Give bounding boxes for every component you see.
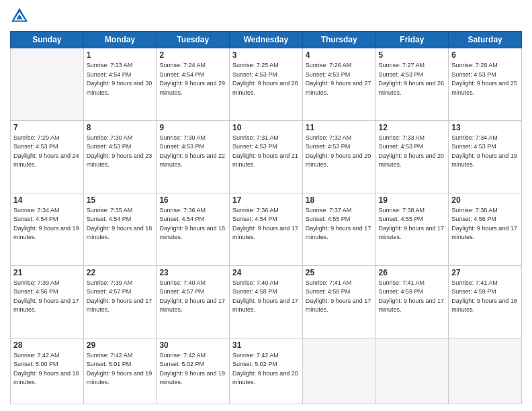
day-number: 6 — [451, 50, 519, 60]
day-info: Sunrise: 7:26 AMSunset: 4:53 PMDaylight:… — [306, 61, 373, 97]
calendar-cell: 13Sunrise: 7:34 AMSunset: 4:53 PMDayligh… — [449, 120, 522, 193]
day-info: Sunrise: 7:28 AMSunset: 4:53 PMDaylight:… — [451, 61, 519, 97]
day-info: Sunrise: 7:41 AMSunset: 4:59 PMDaylight:… — [379, 279, 446, 315]
day-number: 2 — [159, 50, 226, 60]
day-number: 24 — [232, 268, 300, 277]
day-info: Sunrise: 7:42 AMSunset: 5:00 PMDaylight:… — [13, 351, 81, 387]
week-row-3: 21Sunrise: 7:39 AMSunset: 4:56 PMDayligh… — [11, 265, 522, 338]
day-info: Sunrise: 7:30 AMSunset: 4:53 PMDaylight:… — [159, 134, 226, 170]
day-info: Sunrise: 7:34 AMSunset: 4:53 PMDaylight:… — [451, 134, 519, 170]
day-number: 17 — [232, 195, 300, 205]
weekday-header-thursday: Thursday — [302, 32, 375, 48]
calendar-cell: 14Sunrise: 7:34 AMSunset: 4:54 PMDayligh… — [11, 193, 84, 265]
calendar-cell: 29Sunrise: 7:42 AMSunset: 5:01 PMDayligh… — [83, 338, 157, 404]
day-info: Sunrise: 7:38 AMSunset: 4:55 PMDaylight:… — [379, 206, 446, 242]
calendar-cell: 11Sunrise: 7:32 AMSunset: 4:53 PMDayligh… — [302, 120, 375, 193]
day-info: Sunrise: 7:24 AMSunset: 4:54 PMDaylight:… — [159, 61, 226, 97]
calendar-cell: 27Sunrise: 7:41 AMSunset: 4:59 PMDayligh… — [449, 265, 522, 338]
calendar-cell: 17Sunrise: 7:36 AMSunset: 4:54 PMDayligh… — [230, 193, 303, 265]
calendar-cell: 30Sunrise: 7:42 AMSunset: 5:02 PMDayligh… — [157, 338, 230, 404]
calendar-cell: 4Sunrise: 7:26 AMSunset: 4:53 PMDaylight… — [302, 48, 375, 121]
day-number: 25 — [306, 268, 373, 277]
calendar-cell: 24Sunrise: 7:40 AMSunset: 4:58 PMDayligh… — [230, 265, 303, 338]
calendar-cell: 31Sunrise: 7:42 AMSunset: 5:02 PMDayligh… — [230, 338, 303, 404]
day-info: Sunrise: 7:42 AMSunset: 5:02 PMDaylight:… — [159, 351, 226, 387]
day-info: Sunrise: 7:37 AMSunset: 4:55 PMDaylight:… — [306, 206, 373, 242]
calendar-cell — [302, 338, 375, 404]
day-number: 21 — [13, 268, 81, 277]
logo-icon — [10, 7, 29, 26]
day-number: 16 — [159, 195, 226, 205]
week-row-1: 7Sunrise: 7:29 AMSunset: 4:53 PMDaylight… — [11, 120, 522, 193]
day-info: Sunrise: 7:29 AMSunset: 4:53 PMDaylight:… — [13, 134, 81, 170]
day-number: 22 — [87, 268, 154, 277]
day-number: 19 — [379, 195, 446, 205]
calendar-cell: 5Sunrise: 7:27 AMSunset: 4:53 PMDaylight… — [375, 48, 449, 121]
calendar-cell — [375, 338, 449, 404]
day-number: 4 — [306, 50, 373, 60]
day-info: Sunrise: 7:42 AMSunset: 5:01 PMDaylight:… — [87, 351, 154, 387]
day-number: 8 — [87, 123, 154, 132]
calendar-cell: 10Sunrise: 7:31 AMSunset: 4:53 PMDayligh… — [230, 120, 303, 193]
day-info: Sunrise: 7:39 AMSunset: 4:57 PMDaylight:… — [87, 279, 154, 315]
day-number: 11 — [306, 123, 373, 132]
calendar-cell: 12Sunrise: 7:33 AMSunset: 4:53 PMDayligh… — [375, 120, 449, 193]
day-number: 9 — [159, 123, 226, 132]
day-info: Sunrise: 7:39 AMSunset: 4:56 PMDaylight:… — [13, 279, 81, 315]
day-info: Sunrise: 7:30 AMSunset: 4:53 PMDaylight:… — [87, 134, 154, 170]
weekday-header-row: SundayMondayTuesdayWednesdayThursdayFrid… — [11, 32, 522, 48]
calendar-cell: 23Sunrise: 7:40 AMSunset: 4:57 PMDayligh… — [157, 265, 230, 338]
calendar-table: SundayMondayTuesdayWednesdayThursdayFrid… — [10, 31, 522, 404]
calendar-cell: 6Sunrise: 7:28 AMSunset: 4:53 PMDaylight… — [449, 48, 522, 121]
logo — [10, 7, 32, 26]
calendar-cell: 19Sunrise: 7:38 AMSunset: 4:55 PMDayligh… — [375, 193, 449, 265]
day-info: Sunrise: 7:23 AMSunset: 4:54 PMDaylight:… — [87, 61, 154, 97]
day-number: 15 — [87, 195, 154, 205]
calendar-cell: 26Sunrise: 7:41 AMSunset: 4:59 PMDayligh… — [375, 265, 449, 338]
week-row-4: 28Sunrise: 7:42 AMSunset: 5:00 PMDayligh… — [11, 338, 522, 404]
weekday-header-friday: Friday — [375, 32, 449, 48]
header — [10, 7, 522, 26]
calendar-cell: 21Sunrise: 7:39 AMSunset: 4:56 PMDayligh… — [11, 265, 84, 338]
day-number: 26 — [379, 268, 446, 277]
calendar-cell: 15Sunrise: 7:35 AMSunset: 4:54 PMDayligh… — [83, 193, 157, 265]
day-info: Sunrise: 7:31 AMSunset: 4:53 PMDaylight:… — [232, 134, 300, 170]
day-number: 31 — [232, 340, 300, 350]
day-number: 3 — [232, 50, 300, 60]
calendar-cell: 2Sunrise: 7:24 AMSunset: 4:54 PMDaylight… — [157, 48, 230, 121]
day-number: 5 — [379, 50, 446, 60]
calendar-cell: 1Sunrise: 7:23 AMSunset: 4:54 PMDaylight… — [83, 48, 157, 121]
day-info: Sunrise: 7:25 AMSunset: 4:53 PMDaylight:… — [232, 61, 300, 97]
day-info: Sunrise: 7:34 AMSunset: 4:54 PMDaylight:… — [13, 206, 81, 242]
calendar-cell — [11, 48, 84, 121]
weekday-header-saturday: Saturday — [449, 32, 522, 48]
day-number: 30 — [159, 340, 226, 350]
day-number: 23 — [159, 268, 226, 277]
weekday-header-tuesday: Tuesday — [157, 32, 230, 48]
calendar-cell: 20Sunrise: 7:38 AMSunset: 4:56 PMDayligh… — [449, 193, 522, 265]
day-number: 1 — [87, 50, 154, 60]
week-row-0: 1Sunrise: 7:23 AMSunset: 4:54 PMDaylight… — [11, 48, 522, 121]
day-number: 28 — [13, 340, 81, 350]
calendar-cell: 9Sunrise: 7:30 AMSunset: 4:53 PMDaylight… — [157, 120, 230, 193]
calendar-cell: 7Sunrise: 7:29 AMSunset: 4:53 PMDaylight… — [11, 120, 84, 193]
day-info: Sunrise: 7:35 AMSunset: 4:54 PMDaylight:… — [87, 206, 154, 242]
day-number: 29 — [87, 340, 154, 350]
calendar-cell: 22Sunrise: 7:39 AMSunset: 4:57 PMDayligh… — [83, 265, 157, 338]
calendar-cell: 16Sunrise: 7:36 AMSunset: 4:54 PMDayligh… — [157, 193, 230, 265]
day-number: 18 — [306, 195, 373, 205]
day-info: Sunrise: 7:42 AMSunset: 5:02 PMDaylight:… — [232, 351, 300, 387]
calendar-cell: 25Sunrise: 7:41 AMSunset: 4:58 PMDayligh… — [302, 265, 375, 338]
calendar-cell: 3Sunrise: 7:25 AMSunset: 4:53 PMDaylight… — [230, 48, 303, 121]
day-number: 13 — [451, 123, 519, 132]
day-number: 7 — [13, 123, 81, 132]
day-info: Sunrise: 7:41 AMSunset: 4:59 PMDaylight:… — [451, 279, 519, 315]
weekday-header-sunday: Sunday — [11, 32, 84, 48]
day-info: Sunrise: 7:41 AMSunset: 4:58 PMDaylight:… — [306, 279, 373, 315]
day-info: Sunrise: 7:36 AMSunset: 4:54 PMDaylight:… — [159, 206, 226, 242]
weekday-header-monday: Monday — [83, 32, 157, 48]
day-number: 27 — [451, 268, 519, 277]
calendar-cell: 18Sunrise: 7:37 AMSunset: 4:55 PMDayligh… — [302, 193, 375, 265]
day-info: Sunrise: 7:38 AMSunset: 4:56 PMDaylight:… — [451, 206, 519, 242]
day-info: Sunrise: 7:40 AMSunset: 4:57 PMDaylight:… — [159, 279, 226, 315]
